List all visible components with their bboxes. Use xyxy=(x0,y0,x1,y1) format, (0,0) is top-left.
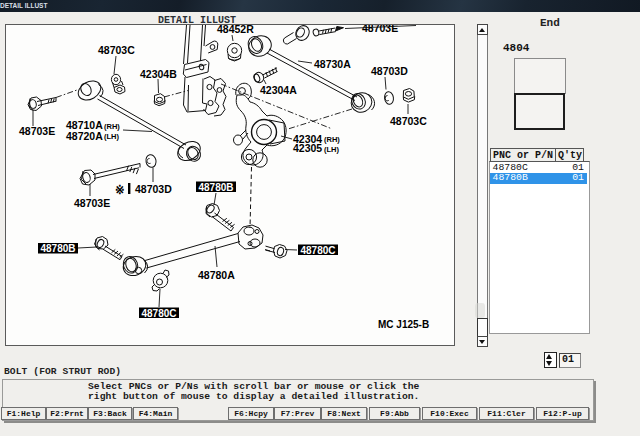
svg-text:48703E: 48703E xyxy=(19,125,55,137)
svg-text:48720A: 48720A xyxy=(66,130,103,142)
svg-text:(LH): (LH) xyxy=(324,145,339,154)
svg-text:MC J125-B: MC J125-B xyxy=(378,319,429,330)
svg-text:48703E: 48703E xyxy=(362,25,398,34)
svg-text:48703D: 48703D xyxy=(371,65,408,77)
svg-text:48780C: 48780C xyxy=(301,245,336,256)
svg-text:※: ※ xyxy=(115,184,125,196)
svg-text:48780C: 48780C xyxy=(142,308,177,319)
svg-text:(LH): (LH) xyxy=(104,132,119,141)
svg-text:42304B: 42304B xyxy=(140,68,177,80)
svg-text:(RH): (RH) xyxy=(324,135,340,144)
svg-text:42304A: 42304A xyxy=(260,84,297,96)
svg-text:48780B: 48780B xyxy=(41,243,76,254)
svg-text:48452R: 48452R xyxy=(217,25,254,35)
svg-text:48730A: 48730A xyxy=(314,58,351,70)
svg-text:48780B: 48780B xyxy=(199,182,234,193)
svg-text:48780A: 48780A xyxy=(198,269,235,281)
svg-text:48703E: 48703E xyxy=(74,197,110,209)
svg-text:(RH): (RH) xyxy=(104,122,120,131)
svg-text:48703C: 48703C xyxy=(98,44,135,56)
svg-text:48703D: 48703D xyxy=(135,183,172,195)
svg-text:42305: 42305 xyxy=(293,142,322,154)
svg-text:48703C: 48703C xyxy=(390,115,427,127)
